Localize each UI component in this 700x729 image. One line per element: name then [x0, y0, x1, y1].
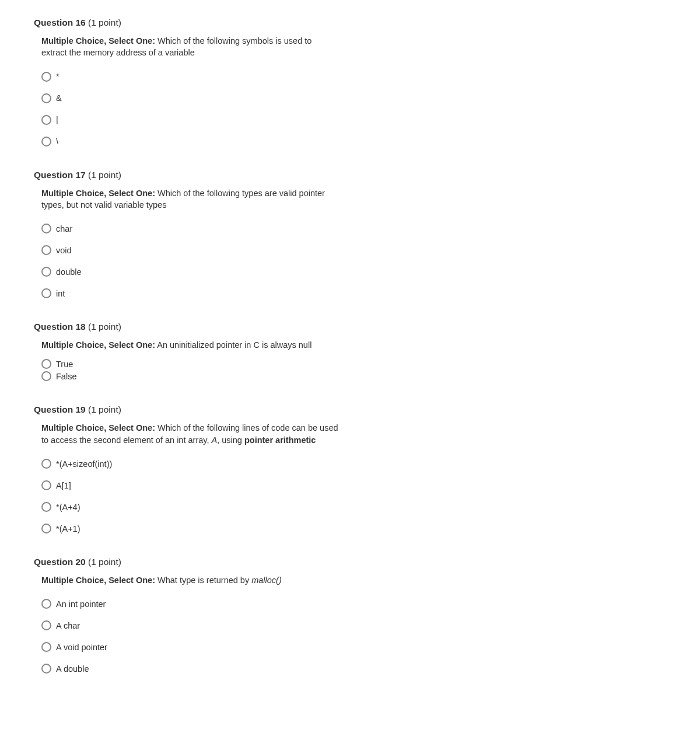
- question-body: Multiple Choice, Select One: Which of th…: [34, 35, 666, 147]
- option-label: A[1]: [56, 481, 71, 490]
- option-label: *(A+4): [56, 503, 80, 512]
- question-body: Multiple Choice, Select One: An uninitia…: [34, 339, 666, 381]
- question-header: Question 20 (1 point): [34, 557, 666, 567]
- radio-icon: [41, 137, 51, 147]
- option-radio[interactable]: A void pointer: [41, 642, 666, 652]
- radio-icon: [41, 245, 51, 255]
- option-label: void: [56, 246, 72, 255]
- question-points: (1 point): [88, 404, 121, 414]
- radio-icon: [41, 72, 51, 82]
- option-radio[interactable]: A[1]: [41, 480, 666, 490]
- question-points: (1 point): [88, 322, 121, 332]
- prompt-prefix: Multiple Choice, Select One:: [41, 340, 155, 350]
- prompt-bold: pointer arithmetic: [244, 435, 316, 445]
- option-label: *: [56, 72, 60, 81]
- radio-icon: [41, 642, 51, 652]
- question-number: Question 19: [34, 404, 86, 414]
- option-radio[interactable]: False: [41, 371, 666, 381]
- option-radio[interactable]: *(A+4): [41, 502, 666, 512]
- question-prompt: Multiple Choice, Select One: What type i…: [41, 574, 339, 586]
- question-17: Question 17 (1 point) Multiple Choice, S…: [34, 170, 666, 299]
- prompt-text: An uninitialized pointer in C is always …: [155, 340, 312, 350]
- option-radio[interactable]: \: [41, 137, 666, 147]
- prompt-prefix: Multiple Choice, Select One:: [41, 423, 155, 432]
- option-radio[interactable]: *(A+sizeof(int)): [41, 459, 666, 469]
- radio-icon: [41, 359, 51, 369]
- options-list: An int pointer A char A void pointer A d…: [41, 599, 666, 674]
- prompt-prefix: Multiple Choice, Select One:: [41, 189, 155, 198]
- question-prompt: Multiple Choice, Select One: Which of th…: [41, 187, 339, 211]
- question-number: Question 20: [34, 557, 86, 567]
- radio-icon: [41, 459, 51, 469]
- option-radio[interactable]: &: [41, 93, 666, 103]
- question-number: Question 17: [34, 170, 86, 180]
- radio-icon: [41, 524, 51, 533]
- option-radio[interactable]: *: [41, 72, 666, 82]
- option-label: &: [56, 93, 62, 103]
- question-prompt: Multiple Choice, Select One: Which of th…: [41, 422, 339, 446]
- option-radio[interactable]: void: [41, 245, 666, 255]
- question-number: Question 18: [34, 322, 86, 332]
- prompt-italic: A: [212, 435, 218, 445]
- prompt-prefix: Multiple Choice, Select One:: [41, 575, 155, 585]
- options-list: * & | \: [41, 72, 666, 147]
- option-radio[interactable]: char: [41, 224, 666, 233]
- option-label: char: [56, 224, 72, 233]
- option-label: A char: [56, 621, 80, 630]
- option-label: int: [56, 289, 65, 298]
- radio-icon: [41, 267, 51, 277]
- options-list: True False: [41, 359, 666, 381]
- option-label: double: [56, 267, 82, 277]
- option-radio[interactable]: A char: [41, 620, 666, 630]
- radio-icon: [41, 115, 51, 125]
- option-radio[interactable]: int: [41, 288, 666, 298]
- radio-icon: [41, 502, 51, 512]
- option-label: *(A+1): [56, 524, 80, 533]
- question-body: Multiple Choice, Select One: Which of th…: [34, 187, 666, 299]
- option-label: \: [56, 137, 58, 146]
- question-header: Question 18 (1 point): [34, 322, 666, 332]
- radio-icon: [41, 480, 51, 490]
- radio-icon: [41, 620, 51, 630]
- radio-icon: [41, 599, 51, 609]
- question-header: Question 16 (1 point): [34, 18, 666, 28]
- question-header: Question 19 (1 point): [34, 404, 666, 415]
- prompt-text-mid: , using: [217, 435, 244, 445]
- prompt-text-pre: What type is returned by: [155, 575, 251, 585]
- radio-icon: [41, 224, 51, 233]
- option-label: True: [56, 360, 73, 369]
- radio-icon: [41, 371, 51, 381]
- question-prompt: Multiple Choice, Select One: Which of th…: [41, 35, 339, 59]
- option-radio[interactable]: A double: [41, 664, 666, 674]
- question-points: (1 point): [88, 557, 121, 567]
- question-prompt: Multiple Choice, Select One: An uninitia…: [41, 339, 339, 351]
- option-label: A void pointer: [56, 643, 107, 652]
- option-radio[interactable]: An int pointer: [41, 599, 666, 609]
- option-label: An int pointer: [56, 599, 106, 609]
- question-points: (1 point): [88, 170, 121, 180]
- question-points: (1 point): [88, 18, 121, 27]
- radio-icon: [41, 288, 51, 298]
- prompt-prefix: Multiple Choice, Select One:: [41, 36, 155, 46]
- radio-icon: [41, 93, 51, 103]
- question-19: Question 19 (1 point) Multiple Choice, S…: [34, 404, 666, 533]
- option-label: A double: [56, 664, 89, 674]
- question-header: Question 17 (1 point): [34, 170, 666, 180]
- option-radio[interactable]: True: [41, 359, 666, 369]
- options-list: *(A+sizeof(int)) A[1] *(A+4) *(A+1): [41, 459, 666, 533]
- option-radio[interactable]: *(A+1): [41, 524, 666, 533]
- option-label: *(A+sizeof(int)): [56, 459, 112, 469]
- question-body: Multiple Choice, Select One: What type i…: [34, 574, 666, 674]
- option-label: |: [56, 115, 58, 124]
- option-radio[interactable]: double: [41, 267, 666, 277]
- option-radio[interactable]: |: [41, 115, 666, 125]
- question-20: Question 20 (1 point) Multiple Choice, S…: [34, 557, 666, 674]
- radio-icon: [41, 664, 51, 674]
- prompt-italic: malloc(): [251, 575, 282, 585]
- question-18: Question 18 (1 point) Multiple Choice, S…: [34, 322, 666, 381]
- option-label: False: [56, 372, 76, 381]
- question-body: Multiple Choice, Select One: Which of th…: [34, 422, 666, 533]
- question-16: Question 16 (1 point) Multiple Choice, S…: [34, 18, 666, 147]
- question-number: Question 16: [34, 18, 86, 27]
- options-list: char void double int: [41, 224, 666, 298]
